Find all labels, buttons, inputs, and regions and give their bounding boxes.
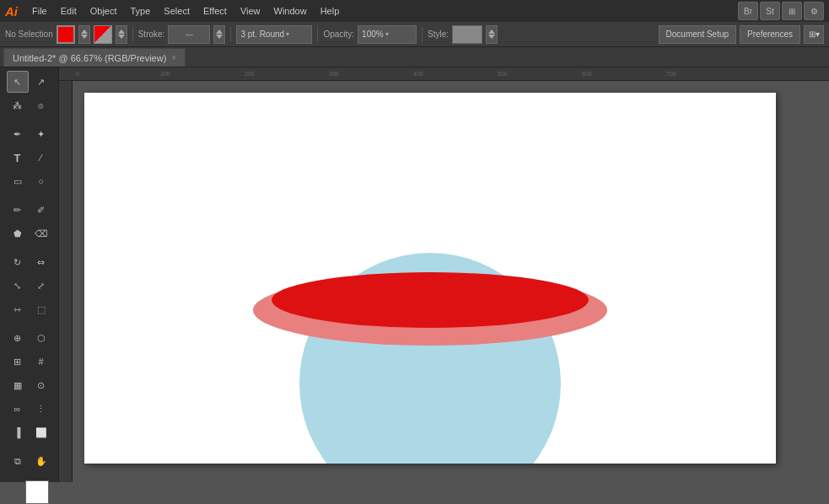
eyedropper-tool[interactable]: ⊙: [30, 374, 52, 396]
main-area: ↖ ↗ ⁂ ⌾ ✒ ✦ T ∕ ▭ ○ ✏ ✐ ⬟ ⌫ ↻: [0, 67, 829, 482]
scale-tool[interactable]: ⤡: [7, 275, 29, 297]
br-icon-btn[interactable]: Br: [738, 2, 758, 20]
menu-window[interactable]: Window: [268, 4, 313, 18]
fill-color-box[interactable]: [57, 25, 75, 44]
menu-select[interactable]: Select: [158, 4, 196, 18]
free-transform-tool[interactable]: ⬚: [30, 298, 52, 320]
artboard-tool[interactable]: ⬜: [30, 421, 52, 443]
grid-icon-btn[interactable]: ⊞: [782, 2, 802, 20]
hand-tool[interactable]: ✋: [30, 450, 52, 472]
stroke-weight-arrow[interactable]: [213, 25, 225, 44]
pen-tool[interactable]: ✒: [7, 123, 29, 145]
shear-tool[interactable]: ⤢: [30, 275, 52, 297]
menu-effect[interactable]: Effect: [197, 4, 233, 18]
artboard: [84, 93, 776, 464]
preferences-button[interactable]: Preferences: [740, 25, 800, 44]
blend-tool[interactable]: ∞: [7, 398, 29, 420]
artwork-canvas: [84, 93, 776, 464]
document-tab[interactable]: Untitled-2* @ 66.67% (RGB/Preview) ×: [3, 48, 186, 67]
gradient-tool[interactable]: ▦: [7, 374, 29, 396]
graph-tool[interactable]: ▐: [7, 421, 29, 443]
arrange-icon[interactable]: ⊞▾: [804, 25, 824, 44]
stroke-label: Stroke:: [138, 29, 165, 39]
tab-title: Untitled-2* @ 66.67% (RGB/Preview): [13, 53, 166, 63]
menu-edit[interactable]: Edit: [55, 4, 83, 18]
menu-file[interactable]: File: [26, 4, 53, 18]
stroke-fill-icon[interactable]: [94, 25, 112, 44]
app-logo: Ai: [5, 4, 18, 19]
tab-bar: Untitled-2* @ 66.67% (RGB/Preview) ×: [0, 47, 829, 67]
select-tool[interactable]: ↖: [7, 71, 29, 93]
left-toolbar: ↖ ↗ ⁂ ⌾ ✒ ✦ T ∕ ▭ ○ ✏ ✐ ⬟ ⌫ ↻: [0, 67, 59, 482]
live-paint-tool[interactable]: ⬡: [30, 327, 52, 349]
slice-tool[interactable]: ⧉: [7, 450, 29, 472]
menu-bar: Ai File Edit Object Type Select Effect V…: [0, 0, 829, 22]
vertical-ruler: [59, 81, 73, 482]
brush-tool[interactable]: ✏: [7, 199, 29, 221]
ellipse-tool[interactable]: ○: [30, 170, 52, 192]
magic-wand-tool[interactable]: ⁂: [7, 94, 29, 116]
style-box[interactable]: [452, 25, 482, 44]
horizontal-ruler: 0 100 200 300 400 500 600 700: [59, 67, 829, 81]
menu-object[interactable]: Object: [84, 4, 123, 18]
perspective-tool[interactable]: ⊞: [7, 351, 29, 373]
mirror-tool[interactable]: ⇔: [30, 251, 52, 273]
options-bar: No Selection Stroke: — 3 pt. Round ▾ Opa…: [0, 22, 829, 47]
lasso-tool[interactable]: ⌾: [30, 94, 52, 116]
menu-help[interactable]: Help: [315, 4, 346, 18]
eraser-tool[interactable]: ⌫: [30, 223, 52, 244]
pencil-tool[interactable]: ✐: [30, 199, 52, 221]
canvas-area[interactable]: 0 100 200 300 400 500 600 700: [59, 67, 829, 482]
opacity-label: Opacity:: [323, 29, 354, 39]
mesh-tool[interactable]: #: [30, 351, 52, 373]
selection-label: No Selection: [5, 29, 53, 39]
direct-select-tool[interactable]: ↗: [30, 71, 52, 93]
rect-tool[interactable]: ▭: [7, 170, 29, 192]
blob-brush-tool[interactable]: ⬟: [7, 223, 29, 244]
menu-type[interactable]: Type: [125, 4, 157, 18]
stroke-weight-input[interactable]: —: [168, 25, 210, 44]
anchor-tool[interactable]: ✦: [30, 123, 52, 145]
spray-icon-btn[interactable]: ⚙: [804, 2, 824, 20]
style-arrow[interactable]: [486, 25, 498, 44]
style-label: Style:: [428, 29, 449, 39]
line-tool[interactable]: ∕: [30, 147, 52, 169]
background-color[interactable]: [25, 480, 49, 504]
st-icon-btn[interactable]: St: [760, 2, 780, 20]
type-tool[interactable]: T: [7, 147, 29, 169]
tab-close-btn[interactable]: ×: [171, 53, 176, 62]
rotate-tool[interactable]: ↻: [7, 251, 29, 273]
width-tool[interactable]: ⇿: [7, 298, 29, 320]
shape-builder-tool[interactable]: ⊕: [7, 327, 29, 349]
fill-arrow[interactable]: [78, 25, 90, 44]
opacity-input[interactable]: 100% ▾: [358, 25, 417, 44]
menu-view[interactable]: View: [234, 4, 266, 18]
red-ellipse[interactable]: [272, 272, 589, 328]
stroke-arrow[interactable]: [116, 25, 127, 44]
stroke-style-dropdown[interactable]: 3 pt. Round ▾: [236, 25, 312, 44]
document-setup-button[interactable]: Document Setup: [659, 25, 737, 44]
symbol-sprayer-tool[interactable]: ⋮: [30, 398, 52, 420]
